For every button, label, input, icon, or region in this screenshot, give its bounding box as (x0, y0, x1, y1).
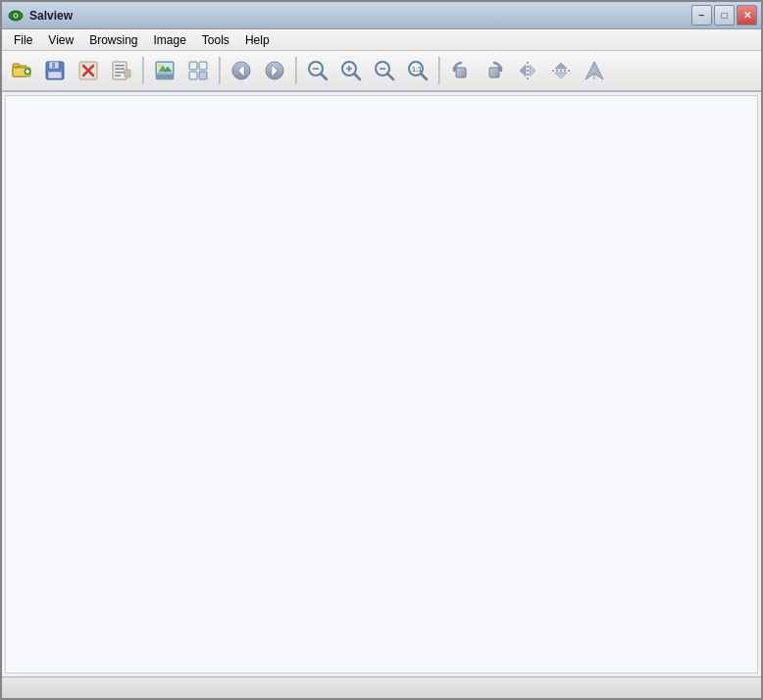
zoom-fit-button[interactable] (302, 55, 333, 86)
svg-rect-54 (456, 68, 466, 77)
delete-button[interactable] (73, 55, 104, 86)
svg-rect-19 (115, 72, 125, 74)
svg-marker-58 (520, 65, 526, 76)
svg-point-2 (15, 15, 17, 17)
separator-1 (142, 57, 144, 84)
svg-rect-33 (200, 63, 206, 69)
flip-h-button[interactable] (512, 55, 543, 86)
zoom-in-button[interactable] (335, 55, 367, 86)
svg-line-44 (354, 74, 360, 79)
close-button[interactable]: ✕ (737, 5, 757, 25)
svg-rect-56 (489, 68, 499, 77)
main-window: Salview − □ ✕ File View Browsing Image T… (0, 0, 763, 700)
next-button[interactable] (259, 55, 290, 86)
title-bar: Salview − □ ✕ (2, 2, 761, 29)
toolbar: 1:1 (2, 51, 761, 92)
svg-rect-12 (48, 72, 62, 78)
thumbnail-button[interactable] (182, 55, 214, 86)
window-title: Salview (29, 9, 73, 23)
properties-button[interactable] (106, 55, 137, 86)
svg-rect-18 (115, 69, 125, 71)
rotate-right-button[interactable] (479, 55, 510, 86)
menu-browsing[interactable]: Browsing (81, 31, 145, 49)
zoom-out-button[interactable] (369, 55, 400, 86)
svg-line-41 (321, 74, 327, 79)
svg-rect-17 (115, 65, 125, 67)
svg-marker-61 (555, 63, 567, 69)
title-bar-left: Salview (8, 8, 73, 24)
svg-rect-21 (125, 70, 130, 77)
svg-rect-11 (52, 63, 55, 68)
svg-marker-59 (530, 65, 535, 76)
mirror-button[interactable] (545, 55, 577, 86)
minimize-button[interactable]: − (691, 5, 712, 25)
svg-line-51 (421, 74, 427, 79)
rotate-left-button[interactable] (445, 55, 477, 86)
svg-line-48 (387, 74, 393, 79)
svg-rect-24 (156, 75, 174, 79)
canvas-area (5, 95, 758, 674)
flip-v-button[interactable] (579, 55, 610, 86)
menu-tools[interactable]: Tools (194, 31, 237, 49)
svg-rect-32 (190, 63, 196, 69)
maximize-button[interactable]: □ (714, 5, 735, 25)
svg-rect-35 (200, 73, 206, 78)
separator-3 (295, 57, 297, 84)
app-icon (8, 8, 24, 24)
menu-image[interactable]: Image (146, 31, 194, 49)
open-button[interactable] (6, 55, 37, 86)
svg-text:1:1: 1:1 (412, 66, 422, 73)
fullscreen-button[interactable] (149, 55, 180, 86)
svg-rect-20 (115, 75, 121, 77)
zoom-1to1-button[interactable]: 1:1 (402, 55, 433, 86)
save-button[interactable] (39, 55, 71, 86)
svg-marker-62 (555, 73, 567, 78)
status-bar (2, 676, 761, 698)
menu-help[interactable]: Help (237, 31, 278, 49)
svg-point-27 (158, 64, 162, 68)
separator-2 (219, 57, 221, 84)
menu-file[interactable]: File (6, 31, 40, 49)
svg-rect-4 (13, 64, 20, 67)
svg-rect-34 (190, 73, 196, 78)
separator-4 (438, 57, 440, 84)
title-bar-controls: − □ ✕ (691, 5, 757, 25)
menu-bar: File View Browsing Image Tools Help (2, 29, 761, 51)
prev-button[interactable] (226, 55, 257, 86)
menu-view[interactable]: View (40, 31, 81, 49)
